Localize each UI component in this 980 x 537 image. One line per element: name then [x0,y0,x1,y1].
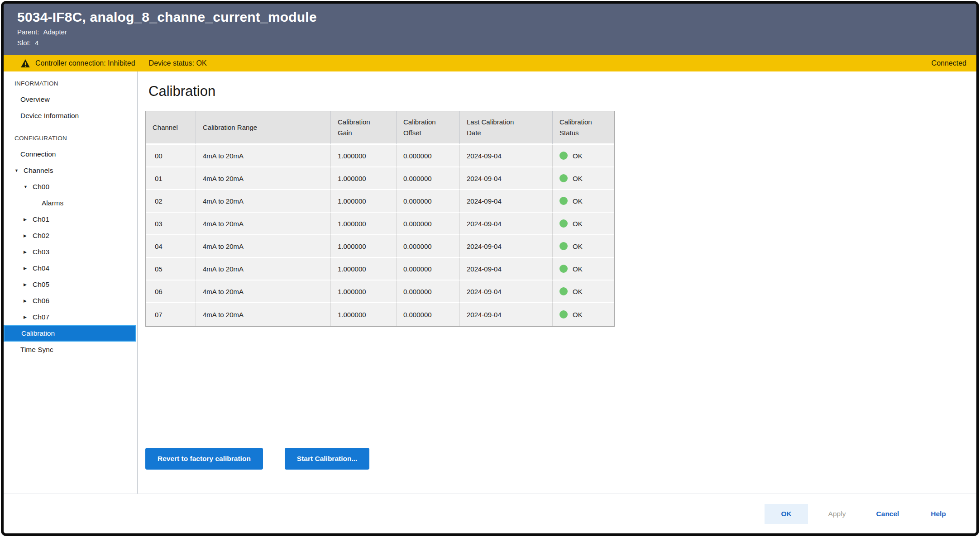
cell-range: 4mA to 20mA [196,303,331,326]
cell-channel: 01 [146,167,196,190]
status-ok-dot-icon [559,242,568,250]
collapse-arrow-icon[interactable]: ▶ [24,315,33,319]
table-row: 04 4mA to 20mA 1.000000 0.000000 2024-09… [146,235,614,258]
cell-offset: 0.000000 [397,167,460,190]
col-header-channel: Channel [146,111,196,145]
cell-offset: 0.000000 [397,190,460,213]
cell-channel: 04 [146,235,196,258]
sidebar-item-ch03[interactable]: ▶ Ch03 [4,244,137,260]
cell-channel: 06 [146,280,196,303]
calibration-table: Channel Calibration Range Calibration Ga… [145,111,615,327]
table-row: 03 4mA to 20mA 1.000000 0.000000 2024-09… [146,213,614,235]
sidebar-item-time-sync[interactable]: Time Sync [4,342,137,358]
cell-date: 2024-09-04 [460,167,553,190]
cell-offset: 0.000000 [397,213,460,235]
sidebar-item-ch05[interactable]: ▶ Ch05 [4,276,137,293]
cell-range: 4mA to 20mA [196,280,331,303]
navigation-sidebar: INFORMATION Overview Device Information … [4,71,138,494]
table-row: 02 4mA to 20mA 1.000000 0.000000 2024-09… [146,190,614,213]
sidebar-item-ch04[interactable]: ▶ Ch04 [4,260,137,276]
col-header-last-calibration-date: Last Calibration Date [460,111,553,145]
status-ok-dot-icon [559,310,568,318]
sidebar-item-ch00[interactable]: ▼ Ch00 [4,179,137,195]
cell-range: 4mA to 20mA [196,213,331,235]
sidebar-item-ch02[interactable]: ▶ Ch02 [4,228,137,244]
table-row: 05 4mA to 20mA 1.000000 0.000000 2024-09… [146,258,614,280]
sidebar-item-ch06[interactable]: ▶ Ch06 [4,293,137,309]
sidebar-item-ch07[interactable]: ▶ Ch07 [4,309,137,325]
cell-date: 2024-09-04 [460,190,553,213]
parent-value: Adapter [43,28,67,36]
sidebar-item-overview[interactable]: Overview [4,91,137,108]
cell-gain: 1.000000 [331,258,397,280]
cell-status: OK [553,258,614,280]
cell-offset: 0.000000 [397,235,460,258]
sidebar-item-connection[interactable]: Connection [4,146,137,162]
cell-date: 2024-09-04 [460,280,553,303]
cell-status: OK [553,145,614,167]
device-status: Device status: OK [149,59,207,67]
cell-date: 2024-09-04 [460,145,553,167]
sidebar-item-device-information[interactable]: Device Information [4,108,137,124]
sidebar-item-alarms[interactable]: Alarms [4,195,137,211]
expand-arrow-icon[interactable]: ▼ [24,185,33,189]
collapse-arrow-icon[interactable]: ▶ [24,233,33,238]
cell-gain: 1.000000 [331,167,397,190]
collapse-arrow-icon[interactable]: ▶ [24,217,33,222]
cell-date: 2024-09-04 [460,213,553,235]
cell-offset: 0.000000 [397,258,460,280]
status-ok-dot-icon [559,174,568,182]
cell-channel: 02 [146,190,196,213]
cancel-button[interactable]: Cancel [866,504,909,524]
slot-row: Slot:4 [17,39,965,47]
slot-label: Slot: [17,39,31,47]
cell-gain: 1.000000 [331,280,397,303]
main-content: Calibration Channel Calibration Range Ca… [138,71,976,494]
cell-range: 4mA to 20mA [196,167,331,190]
cell-gain: 1.000000 [331,303,397,326]
col-header-calibration-offset: Calibration Offset [397,111,460,145]
collapse-arrow-icon[interactable]: ▶ [24,282,33,287]
expand-arrow-icon[interactable]: ▼ [14,168,24,173]
collapse-arrow-icon[interactable]: ▶ [24,299,33,303]
table-row: 06 4mA to 20mA 1.000000 0.000000 2024-09… [146,280,614,303]
table-row: 01 4mA to 20mA 1.000000 0.000000 2024-09… [146,167,614,190]
table-row: 07 4mA to 20mA 1.000000 0.000000 2024-09… [146,303,614,326]
col-header-calibration-range: Calibration Range [196,111,331,145]
status-ok-dot-icon [559,152,568,160]
cell-gain: 1.000000 [331,235,397,258]
table-row: 00 4mA to 20mA 1.000000 0.000000 2024-09… [146,145,614,167]
start-calibration-button[interactable]: Start Calibration... [285,448,370,470]
collapse-arrow-icon[interactable]: ▶ [24,250,33,254]
cell-status: OK [553,280,614,303]
connection-state-badge: Connected [932,59,966,67]
alert-bar: Controller connection: Inhibited Device … [4,55,976,71]
device-properties-window: 5034-IF8C, analog_8_channe_current_modul… [1,1,979,536]
collapse-arrow-icon[interactable]: ▶ [24,266,33,271]
cell-range: 4mA to 20mA [196,235,331,258]
body-row: INFORMATION Overview Device Information … [4,71,976,494]
cell-status: OK [553,235,614,258]
action-buttons-row: Revert to factory calibration Start Cali… [145,448,976,470]
apply-button[interactable]: Apply [815,504,859,524]
status-ok-dot-icon [559,265,568,273]
col-header-calibration-status: Calibration Status [553,111,614,145]
revert-to-factory-calibration-button[interactable]: Revert to factory calibration [145,448,263,470]
sidebar-item-ch01[interactable]: ▶ Ch01 [4,211,137,228]
title-bar: 5034-IF8C, analog_8_channe_current_modul… [4,4,976,55]
sidebar-item-channels[interactable]: ▼ Channels [4,162,137,179]
section-configuration: CONFIGURATION [4,130,137,146]
device-title: 5034-IF8C, analog_8_channe_current_modul… [17,10,965,25]
help-button[interactable]: Help [917,504,960,524]
cell-date: 2024-09-04 [460,235,553,258]
sidebar-item-calibration[interactable]: Calibration [4,325,136,342]
parent-label: Parent: [17,28,39,36]
warning-triangle-icon [21,59,30,67]
cell-channel: 07 [146,303,196,326]
ok-button[interactable]: OK [765,504,808,524]
controller-connection-status: Controller connection: Inhibited [35,59,135,67]
cell-offset: 0.000000 [397,145,460,167]
cell-status: OK [553,190,614,213]
section-information: INFORMATION [4,75,137,91]
cell-status: OK [553,303,614,326]
